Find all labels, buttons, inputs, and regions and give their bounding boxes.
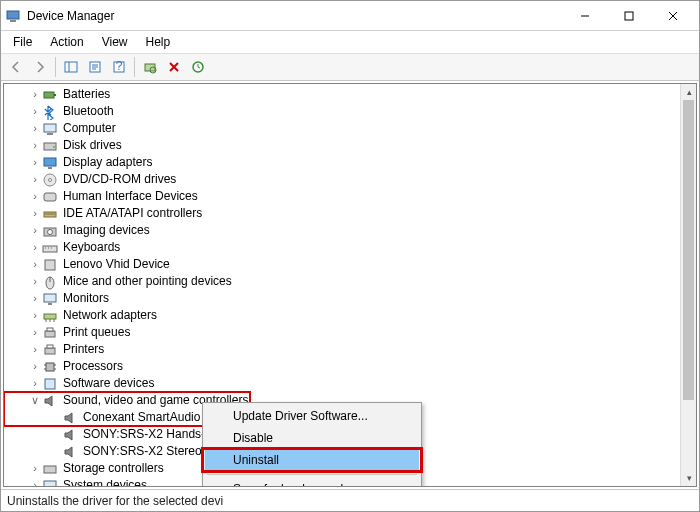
show-hide-tree-button[interactable]	[60, 56, 82, 78]
tree-item-network[interactable]: ›Network adapters	[4, 307, 696, 324]
disk-icon	[42, 138, 58, 154]
svg-point-33	[48, 229, 53, 234]
menu-view[interactable]: View	[94, 33, 136, 51]
vertical-scrollbar[interactable]: ▴ ▾	[680, 84, 696, 486]
svg-rect-21	[44, 124, 56, 132]
svg-rect-42	[48, 303, 52, 305]
status-bar: Uninstalls the driver for the selected d…	[1, 489, 699, 511]
ide-icon	[42, 206, 58, 222]
svg-rect-51	[46, 363, 54, 371]
speaker-icon	[62, 444, 78, 460]
context-scan-hardware[interactable]: Scan for hardware changes	[205, 478, 419, 487]
hid-icon	[42, 189, 58, 205]
svg-rect-41	[44, 294, 56, 302]
scroll-thumb[interactable]	[683, 100, 694, 400]
svg-rect-6	[65, 62, 77, 72]
window-title: Device Manager	[27, 9, 563, 23]
svg-rect-48	[47, 328, 53, 331]
menubar: File Action View Help	[1, 31, 699, 53]
forward-button[interactable]	[29, 56, 51, 78]
computer-icon	[42, 121, 58, 137]
expand-toggle-icon[interactable]: ∨	[28, 392, 42, 409]
svg-rect-47	[45, 331, 55, 337]
tree-item-print-queues[interactable]: ›Print queues	[4, 324, 696, 341]
tree-item-lenovo-vhid[interactable]: ›Lenovo Vhid Device	[4, 256, 696, 273]
update-driver-button[interactable]	[187, 56, 209, 78]
battery-icon	[42, 87, 58, 103]
app-icon	[5, 8, 21, 24]
svg-rect-56	[45, 379, 55, 389]
cpu-icon	[42, 359, 58, 375]
status-text: Uninstalls the driver for the selected d…	[7, 494, 223, 508]
menu-help[interactable]: Help	[138, 33, 179, 51]
device-manager-window: Device Manager File Action View Help ? ›…	[0, 0, 700, 512]
svg-rect-38	[45, 260, 55, 270]
tree-item-keyboards[interactable]: ›Keyboards	[4, 239, 696, 256]
speaker-icon	[42, 393, 58, 409]
context-uninstall[interactable]: Uninstall	[205, 449, 419, 471]
tree-item-monitors[interactable]: ›Monitors	[4, 290, 696, 307]
maximize-button[interactable]	[607, 2, 651, 30]
svg-text:?: ?	[116, 60, 123, 73]
svg-rect-1	[10, 20, 16, 22]
system-icon	[42, 478, 58, 487]
menu-file[interactable]: File	[5, 33, 40, 51]
properties-button[interactable]	[84, 56, 106, 78]
printer-icon	[42, 342, 58, 358]
tree-item-software-devices[interactable]: ›Software devices	[4, 375, 696, 392]
tree-item-display-adapters[interactable]: ›Display adapters	[4, 154, 696, 171]
scroll-up-button[interactable]: ▴	[681, 84, 697, 100]
scan-hardware-button[interactable]	[139, 56, 161, 78]
svg-rect-26	[48, 167, 52, 169]
device-icon	[42, 257, 58, 273]
minimize-button[interactable]	[563, 2, 607, 30]
tree-item-imaging[interactable]: ›Imaging devices	[4, 222, 696, 239]
tree-item-processors[interactable]: ›Processors	[4, 358, 696, 375]
context-update-driver[interactable]: Update Driver Software...	[205, 405, 419, 427]
svg-rect-58	[44, 481, 56, 487]
svg-rect-50	[47, 345, 53, 348]
tree-item-printers[interactable]: ›Printers	[4, 341, 696, 358]
menu-action[interactable]: Action	[42, 33, 91, 51]
svg-rect-57	[44, 466, 56, 473]
dvd-icon	[42, 172, 58, 188]
svg-rect-22	[47, 133, 53, 135]
keyboard-icon	[42, 240, 58, 256]
tree-item-dvd-cdrom[interactable]: ›DVD/CD-ROM drives	[4, 171, 696, 188]
tree-item-mice[interactable]: ›Mice and other pointing devices	[4, 273, 696, 290]
network-icon	[42, 308, 58, 324]
tree-item-ide-atapi[interactable]: ›IDE ATA/ATAPI controllers	[4, 205, 696, 222]
tree-item-bluetooth[interactable]: ›Bluetooth	[4, 103, 696, 120]
tree-panel: ›Batteries ›Bluetooth ›Computer ›Disk dr…	[3, 83, 697, 487]
back-button[interactable]	[5, 56, 27, 78]
svg-rect-34	[43, 246, 57, 252]
tree-item-hid[interactable]: ›Human Interface Devices	[4, 188, 696, 205]
help-button[interactable]: ?	[108, 56, 130, 78]
tree-item-disk-drives[interactable]: ›Disk drives	[4, 137, 696, 154]
svg-rect-19	[44, 92, 54, 98]
svg-point-24	[53, 146, 55, 148]
speaker-icon	[62, 427, 78, 443]
context-disable[interactable]: Disable	[205, 427, 419, 449]
svg-rect-29	[44, 193, 56, 201]
svg-rect-3	[625, 12, 633, 20]
context-menu: Update Driver Software... Disable Uninst…	[202, 402, 422, 487]
monitor-icon	[42, 291, 58, 307]
titlebar: Device Manager	[1, 1, 699, 31]
close-button[interactable]	[651, 2, 695, 30]
svg-rect-43	[44, 314, 56, 319]
svg-rect-25	[44, 158, 56, 166]
uninstall-button[interactable]	[163, 56, 185, 78]
speaker-icon	[62, 410, 78, 426]
tree-item-computer[interactable]: ›Computer	[4, 120, 696, 137]
svg-rect-20	[54, 94, 56, 96]
display-icon	[42, 155, 58, 171]
storage-icon	[42, 461, 58, 477]
software-icon	[42, 376, 58, 392]
scroll-down-button[interactable]: ▾	[681, 470, 697, 486]
toolbar: ?	[1, 53, 699, 81]
bluetooth-icon	[42, 104, 58, 120]
context-separator	[207, 474, 417, 475]
svg-point-28	[49, 178, 52, 181]
tree-item-batteries[interactable]: ›Batteries	[4, 86, 696, 103]
